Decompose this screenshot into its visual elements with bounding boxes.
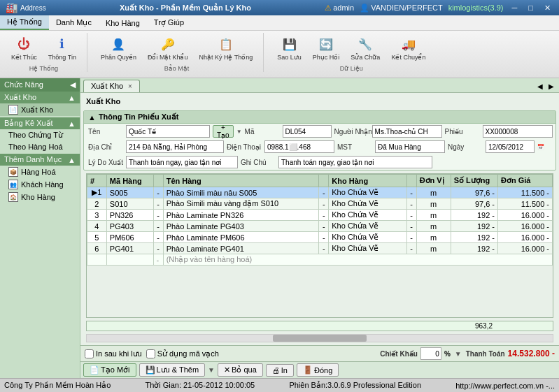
chietkhau-input[interactable] (420, 347, 441, 360)
phieu-label: Phiếu (445, 128, 480, 136)
table-row[interactable]: ▶1 S005 - Phào Simili màu nâu S005 - Kho… (87, 187, 553, 198)
close-button[interactable]: ✕ (542, 3, 553, 13)
toolbar-btn-phanquyen[interactable]: 👤 Phân Quyền (96, 33, 141, 64)
toolbar-btn-phuchoi[interactable]: 🔄 Phục Hồi (308, 33, 345, 64)
sidebar-collapse-icon[interactable]: ◀ (70, 80, 76, 89)
collapse-icon[interactable]: ▲ (88, 113, 96, 122)
phanquyen-label: Phân Quyền (101, 54, 136, 61)
sidebar-xuatkho-header[interactable]: Xuất Kho ▲ (0, 92, 80, 103)
phieu-input[interactable] (483, 125, 553, 138)
sidebar-item-xuatkho[interactable]: 📄 Xuất Kho (0, 103, 80, 116)
lydo-input[interactable] (126, 156, 238, 168)
col-dd1 (153, 175, 163, 187)
cell-khohang: Kho Chứa Vẽ (329, 232, 406, 243)
sidebar-header[interactable]: Chức Năng ◀ (0, 78, 80, 92)
sidebar-bangkexuat-header[interactable]: Bảng Kê Xuất ▲ (0, 117, 80, 129)
taomoi-button[interactable]: 📄 Tạo Mới (83, 363, 136, 377)
toolbar-group-dulieu: 💾 Sao Lưu 🔄 Phục Hồi 🔧 Sửa Chữa 🚚 Kết Ch… (269, 33, 436, 72)
mb-input[interactable] (283, 125, 332, 138)
in-button[interactable]: 🖨 In (266, 364, 294, 377)
sidebar-item-khohang[interactable]: 🏠 Kho Hàng (0, 191, 80, 203)
menu-item-danhmuc[interactable]: Danh Mục (49, 15, 99, 30)
title-bar: 🏭 Address Xuất Kho - Phần Mềm Quản Lý Kh… (0, 0, 559, 15)
cell-tenhang: Phào Laminate PG401 (163, 243, 319, 254)
table-row[interactable]: 5 PM606 - Phào Laminate PM606 - Kho Chứa… (87, 232, 553, 243)
tab-nav-prev[interactable]: ◀ (535, 82, 545, 91)
col-soluong: Số Lượng (451, 175, 497, 187)
menu-item-hethong[interactable]: Hệ Thống (0, 15, 49, 30)
toolbar-btn-thongtin[interactable]: ℹ Thông Tin (43, 33, 81, 64)
toolbar-btn-ketchuyen[interactable]: 🚚 Kết Chuyển (386, 33, 430, 64)
sidebar-item-khachhang[interactable]: 👥 Khách Hàng (0, 178, 80, 191)
nguoinhan-input[interactable] (372, 125, 442, 138)
tab-xuatkho-close[interactable]: × (128, 82, 132, 90)
khachhang-label: Khách Hàng (21, 180, 64, 189)
table-empty-row[interactable]: - (Nhập vào tên hàng hoá) (87, 254, 553, 266)
table-row[interactable]: 4 PG403 - Phào Laminate PG403 - Kho Chứa… (87, 221, 553, 232)
toolbar-btn-nhatky[interactable]: 📋 Nhật Ký Hệ Thống (194, 33, 257, 64)
ngay-calendar-icon[interactable]: 📅 (537, 144, 544, 150)
luuthem-button[interactable]: 💾 Lưu & Thêm (139, 363, 206, 377)
themdanhmuc-label: Thêm Danh Mục (4, 155, 62, 164)
toolbar-btn-suachua[interactable]: 🔧 Sửa Chữa (346, 33, 385, 64)
table-row[interactable]: 3 PN326 - Phào Laminate PN326 - Kho Chứa… (87, 210, 553, 221)
horizontal-scrollbar[interactable] (86, 334, 553, 342)
info-icon: ℹ (54, 36, 71, 52)
bangkexuat-collapse-icon: ▲ (68, 119, 76, 128)
cell-tenhang: Phào Simili màu nâu S005 (163, 187, 319, 198)
menu-item-trogiup[interactable]: Trợ Giúp (147, 15, 191, 30)
cell-soluong: 192 - (451, 210, 497, 221)
mst-input[interactable] (375, 140, 445, 153)
xuatkho-collapse-icon: ▲ (68, 94, 76, 102)
cell-donvi: m (416, 232, 451, 243)
table-row[interactable]: 2 S010 - Phào Simili màu vàng đậm S010 -… (87, 198, 553, 210)
saoluu-label: Sao Lưu (277, 54, 302, 61)
ketthuc-label: Kết Thúc (11, 54, 37, 61)
table-row[interactable]: 6 PG401 - Phào Laminate PG401 - Kho Chứa… (87, 243, 553, 254)
dong-button[interactable]: 🚪 Đóng (297, 363, 339, 377)
dienthoai-label: Điện Thoại (227, 143, 262, 151)
status-bar: Công Ty Phần Mềm Hoàn Hảo Thời Gian: 21-… (0, 378, 559, 392)
sidebar-item-theohanghoa[interactable]: Theo Hàng Hoá (0, 141, 80, 152)
max-button[interactable]: □ (525, 3, 536, 13)
cell-donvi: m (416, 198, 451, 210)
toolbar-btn-doimat[interactable]: 🔑 Đổi Mật Khẩu (143, 33, 193, 64)
dd-chietkhau[interactable]: ▼ (455, 350, 462, 358)
table-container[interactable]: # Mã Hàng Tên Hàng Kho Hàng Đơn Vị Số Lư… (86, 173, 553, 318)
cell-soluong: 192 - (451, 232, 497, 243)
luuthem-dd[interactable]: ▼ (208, 366, 215, 374)
toolbar-btn-ketthuc[interactable]: ⏻ Kết Thúc (6, 33, 42, 64)
sidebar-item-hanghoa[interactable]: 📦 Hàng Hoá (0, 166, 80, 178)
form-section-phieuxuat: ▲ Thông Tin Phiếu Xuất Tên + Tạo ▼ Mã Ng… (83, 110, 556, 170)
table-header-row: # Mã Hàng Tên Hàng Kho Hàng Đơn Vị Số Lư… (87, 175, 553, 187)
power-icon: ⏻ (15, 36, 32, 52)
cell-khohang: Kho Chứa Vẽ (329, 221, 406, 232)
cell-soluong: 192 - (451, 243, 497, 254)
cell-dd2: - (319, 210, 329, 221)
print-label: In sau khi lưu (96, 349, 142, 358)
diachi-input[interactable] (126, 140, 224, 153)
dienthoai-input[interactable] (264, 140, 334, 153)
sidebar-item-theochungtu[interactable]: Theo Chứng Từ (0, 129, 80, 141)
form-row-3: Lý Do Xuất Ghi Chú (84, 154, 556, 170)
barcode-checkbox[interactable] (146, 349, 155, 358)
tao-dropdown[interactable]: ▼ (236, 129, 242, 135)
ngay-input[interactable] (486, 140, 535, 153)
menu-item-khohang[interactable]: Kho Hàng (99, 15, 147, 30)
boqua-button[interactable]: ✕ Bỏ qua (218, 363, 263, 377)
sidebar-themdanhmuc-header[interactable]: Thêm Danh Mục ▲ (0, 154, 80, 166)
sidebar-section-xuatkho: Xuất Kho ▲ 📄 Xuất Kho (0, 92, 80, 116)
toolbar: ⏻ Kết Thúc ℹ Thông Tin Hệ Thống 👤 Phân Q… (0, 31, 559, 78)
ghichu-input[interactable] (278, 156, 432, 168)
xuatkho-section-label: Xuất Kho (4, 93, 36, 102)
scrollbar-thumb[interactable] (273, 335, 366, 342)
tao-button[interactable]: + Tạo (213, 125, 234, 138)
tab-xuatkho[interactable]: Xuất Kho × (83, 80, 140, 92)
print-checkbox[interactable] (85, 349, 94, 358)
ten-input[interactable] (126, 125, 210, 138)
address-label: Address (20, 4, 46, 12)
toolbar-btn-saoluu[interactable]: 💾 Sao Lưu (272, 33, 306, 64)
min-button[interactable]: ─ (509, 3, 521, 13)
cell-dd1: - (153, 198, 163, 210)
tab-nav-next[interactable]: ▶ (546, 82, 556, 91)
